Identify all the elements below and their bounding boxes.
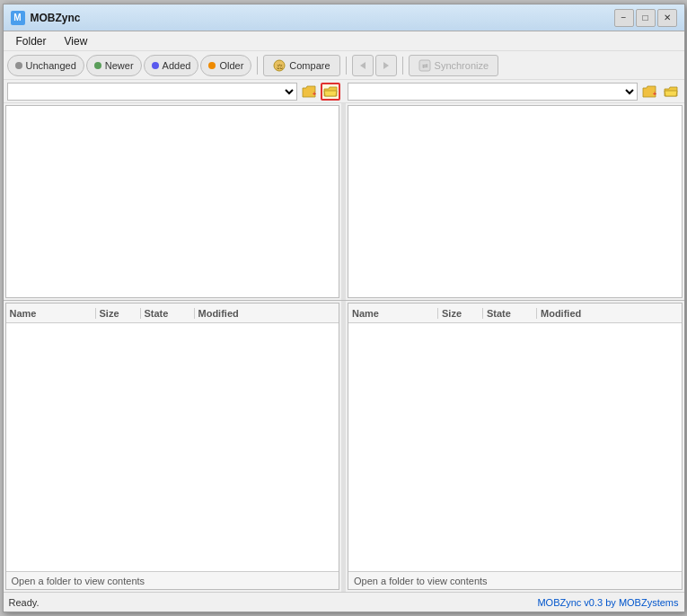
right-tree-panel bbox=[348, 105, 683, 298]
synchronize-button[interactable]: ⇄ Synchronize bbox=[409, 55, 499, 76]
path-bar: + + bbox=[4, 80, 684, 103]
title-bar-left: M MOBZync bbox=[11, 11, 81, 25]
left-path-area: + bbox=[7, 83, 340, 101]
menu-folder[interactable]: Folder bbox=[7, 33, 56, 49]
close-button[interactable]: ✕ bbox=[657, 9, 677, 27]
svg-text:+: + bbox=[313, 91, 316, 97]
main-content: Name Size State Modified Open a folder t… bbox=[4, 103, 684, 592]
arrow-right-button[interactable] bbox=[375, 55, 397, 76]
right-col-size[interactable]: Size bbox=[438, 308, 483, 319]
right-panel-status: Open a folder to view contents bbox=[348, 571, 682, 589]
right-file-panel: Name Size State Modified Open a folder t… bbox=[348, 303, 683, 590]
toolbar-separator-2 bbox=[346, 57, 347, 75]
filter-unchanged-button[interactable]: Unchanged bbox=[7, 55, 84, 76]
file-panel-splitter[interactable] bbox=[341, 301, 346, 592]
left-tree-panel bbox=[5, 105, 340, 298]
compare-icon: ⚖ bbox=[273, 59, 286, 72]
menu-bar: Folder View bbox=[4, 31, 684, 51]
added-dot bbox=[152, 62, 159, 69]
filter-added-button[interactable]: Added bbox=[144, 55, 199, 76]
left-file-panel: Name Size State Modified Open a folder t… bbox=[5, 303, 340, 590]
status-ready-text: Ready. bbox=[9, 597, 40, 608]
toolbar-separator-1 bbox=[257, 57, 258, 75]
filter-older-button[interactable]: Older bbox=[200, 55, 251, 76]
menu-view[interactable]: View bbox=[56, 33, 97, 49]
arrow-left-button[interactable] bbox=[352, 55, 374, 76]
title-buttons: − □ ✕ bbox=[614, 9, 677, 27]
toolbar-separator-3 bbox=[402, 57, 403, 75]
svg-text:⇄: ⇄ bbox=[421, 62, 427, 70]
svg-marker-2 bbox=[360, 62, 366, 69]
right-col-state[interactable]: State bbox=[483, 308, 537, 319]
older-dot bbox=[208, 62, 216, 69]
right-col-name[interactable]: Name bbox=[348, 308, 438, 319]
right-open-folder-button[interactable] bbox=[661, 83, 681, 101]
filter-added-label: Added bbox=[163, 60, 191, 71]
file-panels: Name Size State Modified Open a folder t… bbox=[4, 301, 684, 592]
right-col-modified[interactable]: Modified bbox=[537, 308, 682, 319]
left-file-table-header: Name Size State Modified bbox=[6, 304, 339, 323]
left-new-folder-button[interactable]: + bbox=[299, 83, 319, 101]
svg-marker-3 bbox=[383, 62, 389, 69]
filter-unchanged-label: Unchanged bbox=[26, 60, 76, 71]
sync-label: Synchronize bbox=[435, 60, 489, 71]
svg-text:⚖: ⚖ bbox=[277, 62, 283, 70]
compare-label: Compare bbox=[289, 60, 330, 71]
minimize-button[interactable]: − bbox=[614, 9, 634, 27]
right-new-folder-button[interactable]: + bbox=[639, 83, 659, 101]
app-icon: M bbox=[11, 11, 25, 25]
right-file-table-header: Name Size State Modified bbox=[348, 304, 682, 323]
left-col-modified[interactable]: Modified bbox=[195, 308, 339, 319]
left-col-state[interactable]: State bbox=[141, 308, 195, 319]
newer-dot bbox=[94, 62, 101, 69]
left-col-name[interactable]: Name bbox=[6, 308, 96, 319]
left-file-table-body bbox=[6, 323, 339, 571]
tree-panels bbox=[4, 103, 684, 301]
toolbar: Unchanged Newer Added Older ⚖ Compare bbox=[4, 51, 684, 80]
right-path-area: + bbox=[348, 83, 681, 101]
left-col-size[interactable]: Size bbox=[96, 308, 141, 319]
maximize-button[interactable]: □ bbox=[636, 9, 656, 27]
left-panel-status: Open a folder to view contents bbox=[6, 571, 339, 589]
right-path-dropdown[interactable] bbox=[348, 83, 638, 101]
panel-splitter[interactable] bbox=[341, 103, 346, 300]
svg-text:+: + bbox=[653, 91, 656, 97]
app-status-bar: Ready. MOBZync v0.3 by MOBZystems bbox=[4, 592, 684, 612]
left-path-dropdown[interactable] bbox=[7, 83, 297, 101]
status-link[interactable]: MOBZync v0.3 by MOBZystems bbox=[537, 597, 678, 608]
title-bar: M MOBZync − □ ✕ bbox=[4, 4, 684, 31]
unchanged-dot bbox=[15, 62, 22, 69]
compare-button[interactable]: ⚖ Compare bbox=[263, 55, 339, 76]
left-open-folder-button[interactable] bbox=[321, 83, 340, 101]
filter-newer-button[interactable]: Newer bbox=[86, 55, 142, 76]
main-window: M MOBZync − □ ✕ Folder View Unchanged Ne… bbox=[3, 4, 685, 612]
filter-newer-label: Newer bbox=[105, 60, 134, 71]
right-file-table-body bbox=[348, 323, 682, 571]
filter-older-label: Older bbox=[219, 60, 243, 71]
window-title: MOBZync bbox=[31, 12, 81, 24]
